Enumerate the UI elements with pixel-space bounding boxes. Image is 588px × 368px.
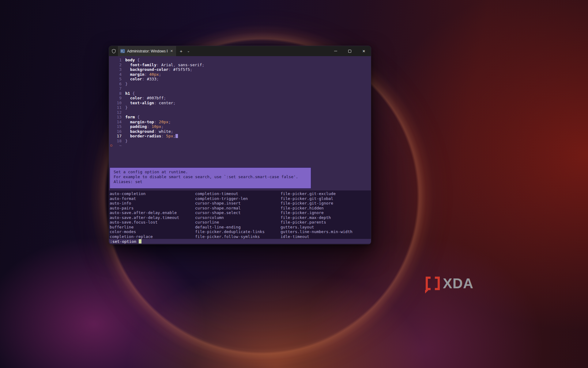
- close-button[interactable]: ✕: [357, 46, 371, 56]
- completion-item[interactable]: file-picker.git-ignore: [281, 201, 371, 206]
- tab-dropdown-button[interactable]: ⌄: [187, 49, 190, 53]
- popup-text-line: Aliases: set: [114, 179, 307, 184]
- line-number: 11: [109, 105, 122, 110]
- completion-item[interactable]: cursorcolumn: [195, 215, 281, 220]
- titlebar[interactable]: >_ Administrator: Windows Pow ✕ + ⌄ ✕: [109, 46, 371, 56]
- line-number: 9: [109, 96, 122, 101]
- code-text: background: white;: [125, 129, 173, 134]
- completion-item[interactable]: file-picker.deduplicate-links: [195, 229, 281, 234]
- code-line[interactable]: ~: [109, 143, 371, 148]
- completion-item[interactable]: auto-pairs: [110, 206, 195, 211]
- line-number: 17: [109, 134, 122, 139]
- powershell-icon: >_: [120, 49, 125, 53]
- tab-close-button[interactable]: ✕: [170, 49, 174, 53]
- line-number: 12: [109, 110, 122, 115]
- completion-item[interactable]: cursorline: [195, 220, 281, 225]
- admin-shield-icon: [112, 49, 116, 53]
- code-line[interactable]: 9 color: #007bff;: [109, 96, 371, 101]
- code-line[interactable]: 4 margin: 40px;: [109, 72, 371, 77]
- code-line[interactable]: 10 text-align: center;: [109, 101, 371, 105]
- code-text: text-align: center;: [125, 101, 175, 105]
- minimize-icon: [334, 51, 337, 51]
- line-number: 4: [109, 72, 122, 77]
- completion-menu[interactable]: auto-completionauto-formatauto-infoauto-…: [109, 190, 371, 239]
- popup-text-line: Set a config option at runtime.: [114, 170, 307, 174]
- completion-item[interactable]: auto-save.after-delay.timeout: [110, 215, 195, 220]
- completion-item[interactable]: auto-completion: [110, 191, 195, 196]
- code-line[interactable]: 18}: [109, 139, 371, 144]
- completion-item[interactable]: file-picker.parents: [281, 220, 371, 225]
- command-help-popup: Set a config option at runtime.For examp…: [110, 167, 311, 189]
- command-text: :set-option: [110, 239, 139, 244]
- code-text: }: [125, 105, 128, 110]
- completion-item[interactable]: cursor-shape.select: [195, 210, 281, 215]
- line-number: 1: [109, 58, 122, 63]
- code-line[interactable]: 8h1 {: [109, 91, 371, 96]
- code-line[interactable]: 2 font-family: Arial, sans-serif;: [109, 63, 371, 67]
- popup-text-line: For example to disable smart case search…: [114, 174, 307, 179]
- line-number: 7: [109, 86, 122, 91]
- code-line[interactable]: 7: [109, 86, 371, 91]
- completion-item[interactable]: file-picker.ignore: [281, 210, 371, 215]
- completion-item[interactable]: idle-timeout: [281, 234, 371, 239]
- completion-item[interactable]: color-modes: [110, 229, 195, 234]
- editor-cursor: [175, 134, 178, 138]
- code-text: }: [125, 82, 128, 86]
- code-line[interactable]: 5 color: #333;: [109, 77, 371, 82]
- completion-item[interactable]: file-picker.git-global: [281, 196, 371, 201]
- code-text: background-color: #f5f5f5;: [125, 67, 192, 72]
- code-text: color: #007bff;: [125, 96, 166, 101]
- code-line[interactable]: 16 background: white;: [109, 129, 371, 134]
- completion-item[interactable]: auto-format: [110, 196, 195, 201]
- code-line[interactable]: 11}: [109, 105, 371, 110]
- xda-logo: XDA: [426, 275, 473, 292]
- command-line[interactable]: :set-option: [109, 239, 371, 244]
- xda-logo-text: XDA: [443, 275, 473, 292]
- terminal-tab[interactable]: >_ Administrator: Windows Pow ✕: [118, 46, 176, 56]
- code-line[interactable]: 3 background-color: #f5f5f5;: [109, 67, 371, 72]
- completion-item[interactable]: file-picker.hidden: [281, 206, 371, 211]
- code-text: h1 {: [125, 91, 135, 96]
- maximize-button[interactable]: [343, 46, 357, 56]
- line-number: 16: [109, 129, 122, 134]
- command-cursor: [139, 239, 141, 243]
- code-text: body {: [125, 58, 140, 63]
- line-number: 6: [109, 82, 122, 86]
- code-line[interactable]: 13form {: [109, 115, 371, 120]
- code-text: margin: 40px;: [125, 72, 161, 77]
- completion-item[interactable]: cursor-shape.normal: [195, 206, 281, 211]
- completion-item[interactable]: bufferline: [110, 225, 195, 230]
- code-text: margin-top: 20px;: [125, 120, 171, 125]
- line-number: 8: [109, 91, 122, 96]
- completion-column: file-picker.git-excludefile-picker.git-g…: [281, 191, 371, 239]
- diagnostic-icon: [110, 144, 112, 147]
- completion-column: auto-completionauto-formatauto-infoauto-…: [110, 191, 195, 239]
- completion-item[interactable]: cursor-shape.insert: [195, 201, 281, 206]
- completion-item[interactable]: gutters.layout: [281, 225, 371, 230]
- completion-item[interactable]: gutters.line-numbers.min-width: [281, 229, 371, 234]
- code-text: }: [125, 139, 128, 144]
- completion-item[interactable]: default-line-ending: [195, 225, 281, 230]
- line-number: 18: [109, 139, 122, 144]
- new-tab-button[interactable]: +: [180, 48, 183, 54]
- code-line[interactable]: 12: [109, 110, 371, 115]
- completion-item[interactable]: file-picker.max-depth: [281, 215, 371, 220]
- terminal-window: >_ Administrator: Windows Pow ✕ + ⌄ ✕ 1b…: [109, 46, 371, 244]
- minimize-button[interactable]: [329, 46, 343, 56]
- code-line[interactable]: 17 border-radius: 5px;: [109, 134, 371, 139]
- completion-item[interactable]: auto-save.focus-lost: [110, 220, 195, 225]
- completion-item[interactable]: file-picker.git-exclude: [281, 191, 371, 196]
- completion-column: completion-timeoutcompletion-trigger-len…: [195, 191, 281, 239]
- completion-item[interactable]: completion-replace: [110, 234, 195, 239]
- completion-item[interactable]: completion-trigger-len: [195, 196, 281, 201]
- completion-item[interactable]: auto-info: [110, 201, 195, 206]
- line-number: 5: [109, 77, 122, 82]
- code-line[interactable]: 15 padding: 10px;: [109, 124, 371, 129]
- line-number: 10: [109, 101, 122, 105]
- code-line[interactable]: 6}: [109, 82, 371, 86]
- code-line[interactable]: 14 margin-top: 20px;: [109, 120, 371, 125]
- completion-item[interactable]: file-picker.follow-symlinks: [195, 234, 281, 239]
- completion-item[interactable]: auto-save.after-delay.enable: [110, 210, 195, 215]
- completion-item[interactable]: completion-timeout: [195, 191, 281, 196]
- code-line[interactable]: 1body {: [109, 58, 371, 63]
